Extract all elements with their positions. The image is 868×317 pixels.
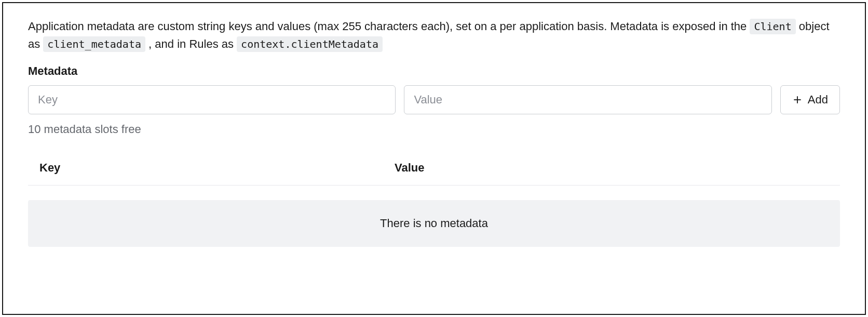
code-client: Client xyxy=(750,19,795,34)
code-context-client-metadata: context.clientMetadata xyxy=(237,36,383,52)
table-header-key: Key xyxy=(39,161,395,175)
add-metadata-button[interactable]: Add xyxy=(780,85,840,114)
add-button-label: Add xyxy=(808,93,828,107)
metadata-description: Application metadata are custom string k… xyxy=(28,18,840,53)
metadata-key-input[interactable] xyxy=(28,85,396,114)
metadata-slots-free: 10 metadata slots free xyxy=(28,123,840,136)
metadata-empty-state: There is no metadata xyxy=(28,200,840,247)
table-header-value: Value xyxy=(395,161,829,175)
metadata-panel: Application metadata are custom string k… xyxy=(2,2,866,315)
plus-icon xyxy=(792,95,803,105)
metadata-input-row: Add xyxy=(28,85,840,114)
code-client-metadata: client_metadata xyxy=(43,36,145,52)
description-text-1: Application metadata are custom string k… xyxy=(28,20,750,33)
metadata-section-label: Metadata xyxy=(28,64,840,78)
metadata-value-input[interactable] xyxy=(404,85,771,114)
description-text-3: , and in Rules as xyxy=(148,37,237,50)
metadata-table-header: Key Value xyxy=(28,161,840,186)
